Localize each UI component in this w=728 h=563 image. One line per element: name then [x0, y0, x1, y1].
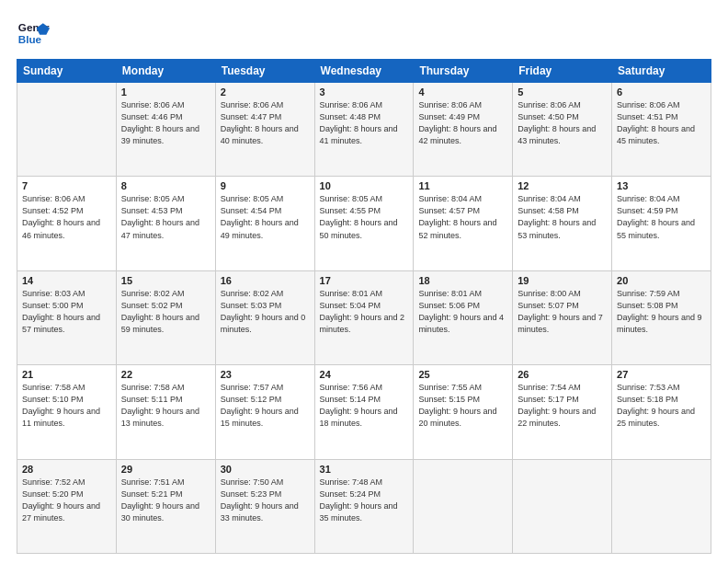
calendar-cell: 30Sunrise: 7:50 AMSunset: 5:23 PMDayligh…	[215, 459, 314, 553]
day-info: Sunrise: 7:50 AMSunset: 5:23 PMDaylight:…	[221, 477, 310, 524]
calendar-cell: 31Sunrise: 7:48 AMSunset: 5:24 PMDayligh…	[314, 459, 414, 553]
day-number: 1	[121, 86, 210, 98]
day-number: 25	[418, 369, 507, 380]
day-number: 14	[22, 275, 111, 286]
calendar-cell: 16Sunrise: 8:02 AMSunset: 5:03 PMDayligh…	[215, 270, 314, 364]
header-saturday: Saturday	[612, 60, 711, 83]
day-info: Sunrise: 8:02 AMSunset: 5:02 PMDaylight:…	[121, 288, 210, 336]
calendar-cell: 20Sunrise: 7:59 AMSunset: 5:08 PMDayligh…	[612, 270, 711, 364]
calendar-cell: 22Sunrise: 7:58 AMSunset: 5:11 PMDayligh…	[116, 365, 215, 459]
day-number: 22	[121, 369, 210, 380]
calendar-cell	[414, 459, 513, 553]
calendar-cell: 14Sunrise: 8:03 AMSunset: 5:00 PMDayligh…	[17, 270, 117, 364]
day-number: 6	[617, 86, 706, 98]
day-info: Sunrise: 8:06 AMSunset: 4:48 PMDaylight:…	[320, 99, 409, 147]
calendar-cell: 10Sunrise: 8:05 AMSunset: 4:55 PMDayligh…	[314, 177, 414, 270]
week-row-2: 14Sunrise: 8:03 AMSunset: 5:00 PMDayligh…	[17, 270, 711, 364]
calendar-cell: 11Sunrise: 8:04 AMSunset: 4:57 PMDayligh…	[414, 177, 513, 270]
day-number: 4	[418, 86, 507, 98]
day-number: 5	[518, 86, 607, 98]
day-info: Sunrise: 8:04 AMSunset: 4:57 PMDaylight:…	[418, 193, 507, 241]
day-info: Sunrise: 8:06 AMSunset: 4:49 PMDaylight:…	[418, 99, 507, 147]
day-number: 19	[518, 275, 607, 286]
day-info: Sunrise: 8:06 AMSunset: 4:51 PMDaylight:…	[617, 99, 706, 147]
page-header: General Blue	[17, 17, 711, 50]
day-info: Sunrise: 7:52 AMSunset: 5:20 PMDaylight:…	[22, 477, 111, 524]
day-number: 21	[22, 369, 111, 380]
day-number: 2	[221, 86, 310, 98]
day-info: Sunrise: 7:58 AMSunset: 5:10 PMDaylight:…	[22, 382, 111, 430]
svg-text:Blue: Blue	[18, 33, 42, 45]
calendar-cell: 28Sunrise: 7:52 AMSunset: 5:20 PMDayligh…	[17, 459, 117, 553]
calendar-cell: 21Sunrise: 7:58 AMSunset: 5:10 PMDayligh…	[17, 365, 117, 459]
day-info: Sunrise: 8:06 AMSunset: 4:46 PMDaylight:…	[121, 99, 210, 147]
day-info: Sunrise: 7:56 AMSunset: 5:14 PMDaylight:…	[320, 382, 409, 430]
day-info: Sunrise: 7:51 AMSunset: 5:21 PMDaylight:…	[121, 477, 210, 524]
logo-icon: General Blue	[17, 17, 50, 50]
day-number: 18	[418, 275, 507, 286]
day-info: Sunrise: 8:01 AMSunset: 5:04 PMDaylight:…	[320, 288, 409, 336]
calendar-cell: 19Sunrise: 8:00 AMSunset: 5:07 PMDayligh…	[513, 270, 612, 364]
day-number: 27	[617, 369, 706, 380]
calendar-cell: 5Sunrise: 8:06 AMSunset: 4:50 PMDaylight…	[513, 83, 612, 177]
day-number: 3	[320, 86, 409, 98]
day-info: Sunrise: 8:05 AMSunset: 4:53 PMDaylight:…	[121, 193, 210, 241]
day-info: Sunrise: 8:06 AMSunset: 4:47 PMDaylight:…	[221, 99, 310, 147]
day-number: 12	[518, 180, 607, 191]
header-monday: Monday	[116, 60, 215, 83]
week-row-0: 1Sunrise: 8:06 AMSunset: 4:46 PMDaylight…	[17, 83, 711, 177]
calendar-cell: 8Sunrise: 8:05 AMSunset: 4:53 PMDaylight…	[116, 177, 215, 270]
day-number: 23	[221, 369, 310, 380]
header-friday: Friday	[513, 60, 612, 83]
day-info: Sunrise: 7:57 AMSunset: 5:12 PMDaylight:…	[221, 382, 310, 430]
day-number: 31	[320, 464, 409, 475]
calendar-cell: 3Sunrise: 8:06 AMSunset: 4:48 PMDaylight…	[314, 83, 414, 177]
day-number: 24	[320, 369, 409, 380]
header-sunday: Sunday	[17, 60, 117, 83]
calendar-cell: 7Sunrise: 8:06 AMSunset: 4:52 PMDaylight…	[17, 177, 117, 270]
calendar-cell: 29Sunrise: 7:51 AMSunset: 5:21 PMDayligh…	[116, 459, 215, 553]
day-info: Sunrise: 8:04 AMSunset: 4:58 PMDaylight:…	[518, 193, 607, 241]
calendar-cell: 26Sunrise: 7:54 AMSunset: 5:17 PMDayligh…	[513, 365, 612, 459]
day-info: Sunrise: 7:48 AMSunset: 5:24 PMDaylight:…	[320, 477, 409, 524]
calendar-cell: 24Sunrise: 7:56 AMSunset: 5:14 PMDayligh…	[314, 365, 414, 459]
day-info: Sunrise: 8:03 AMSunset: 5:00 PMDaylight:…	[22, 288, 111, 336]
calendar-cell: 25Sunrise: 7:55 AMSunset: 5:15 PMDayligh…	[414, 365, 513, 459]
calendar-cell: 13Sunrise: 8:04 AMSunset: 4:59 PMDayligh…	[612, 177, 711, 270]
header-tuesday: Tuesday	[215, 60, 314, 83]
calendar-cell: 23Sunrise: 7:57 AMSunset: 5:12 PMDayligh…	[215, 365, 314, 459]
day-info: Sunrise: 8:05 AMSunset: 4:55 PMDaylight:…	[320, 193, 409, 241]
day-number: 28	[22, 464, 111, 475]
day-number: 9	[221, 180, 310, 191]
day-info: Sunrise: 8:06 AMSunset: 4:50 PMDaylight:…	[518, 99, 607, 147]
calendar-cell: 15Sunrise: 8:02 AMSunset: 5:02 PMDayligh…	[116, 270, 215, 364]
calendar-cell: 6Sunrise: 8:06 AMSunset: 4:51 PMDaylight…	[612, 83, 711, 177]
day-number: 26	[518, 369, 607, 380]
day-info: Sunrise: 7:53 AMSunset: 5:18 PMDaylight:…	[617, 382, 706, 430]
day-info: Sunrise: 8:05 AMSunset: 4:54 PMDaylight:…	[221, 193, 310, 241]
header-wednesday: Wednesday	[314, 60, 414, 83]
calendar-cell: 9Sunrise: 8:05 AMSunset: 4:54 PMDaylight…	[215, 177, 314, 270]
day-number: 30	[221, 464, 310, 475]
calendar-cell: 1Sunrise: 8:06 AMSunset: 4:46 PMDaylight…	[116, 83, 215, 177]
day-number: 10	[320, 180, 409, 191]
day-number: 16	[221, 275, 310, 286]
day-number: 17	[320, 275, 409, 286]
logo: General Blue	[17, 17, 50, 50]
calendar-cell: 18Sunrise: 8:01 AMSunset: 5:06 PMDayligh…	[414, 270, 513, 364]
day-number: 7	[22, 180, 111, 191]
header-row: SundayMondayTuesdayWednesdayThursdayFrid…	[17, 60, 711, 83]
day-info: Sunrise: 7:55 AMSunset: 5:15 PMDaylight:…	[418, 382, 507, 430]
day-number: 11	[418, 180, 507, 191]
calendar-cell	[513, 459, 612, 553]
day-number: 20	[617, 275, 706, 286]
header-thursday: Thursday	[414, 60, 513, 83]
day-info: Sunrise: 8:00 AMSunset: 5:07 PMDaylight:…	[518, 288, 607, 336]
day-number: 29	[121, 464, 210, 475]
day-info: Sunrise: 8:06 AMSunset: 4:52 PMDaylight:…	[22, 193, 111, 241]
calendar-cell	[612, 459, 711, 553]
calendar-cell	[17, 83, 117, 177]
day-number: 15	[121, 275, 210, 286]
week-row-1: 7Sunrise: 8:06 AMSunset: 4:52 PMDaylight…	[17, 177, 711, 270]
calendar-cell: 27Sunrise: 7:53 AMSunset: 5:18 PMDayligh…	[612, 365, 711, 459]
